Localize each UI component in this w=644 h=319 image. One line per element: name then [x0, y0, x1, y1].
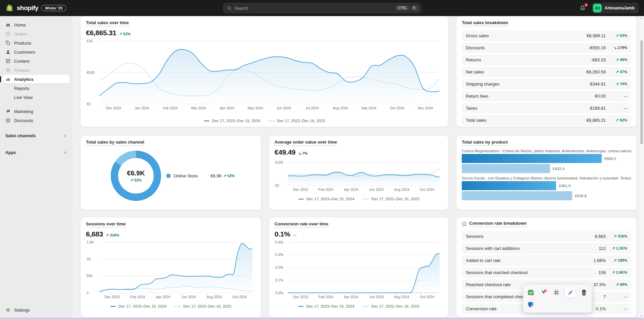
- sidebar-item[interactable]: Analytics: [3, 75, 70, 84]
- svg-text:Jun 2024: Jun 2024: [181, 295, 196, 299]
- svg-text:Aug 2024: Aug 2024: [333, 106, 348, 110]
- legend-color-chip: [166, 174, 170, 178]
- shopify-logo[interactable]: shopify: [5, 4, 38, 12]
- svg-text:Aug 2024: Aug 2024: [394, 188, 409, 192]
- total-sales-by-product-card: Total sales by product Crema Regenerador…: [456, 136, 637, 210]
- shield-warning-extension-icon[interactable]: [527, 300, 535, 309]
- product-name: Serum Facial - con Elastina y Colágeno M…: [462, 176, 631, 180]
- svg-text:€1K: €1K: [87, 39, 93, 43]
- legend-solid-line: [298, 306, 304, 307]
- brand-wordmark: shopify: [17, 4, 38, 12]
- conversion-value: 0.1%: [275, 230, 290, 238]
- sales-channels-label: Sales channels: [5, 134, 36, 138]
- scroll-up-arrow[interactable]: ▲: [640, 17, 643, 19]
- row-delta: ↗ 199%: [610, 258, 627, 263]
- table-row: Taxes €169.81 —: [462, 103, 631, 113]
- row-delta: ↗ 1.1K%: [610, 246, 627, 251]
- vertical-scrollbar[interactable]: ▲ ▼: [639, 16, 644, 318]
- svg-text:Dec 2023: Dec 2023: [293, 188, 308, 192]
- row-value: 108: [598, 270, 606, 275]
- card-title-sessions[interactable]: Sessions over time: [86, 221, 126, 228]
- trash-extension-icon[interactable]: [580, 288, 588, 297]
- card-title-conv-breakdown[interactable]: Conversion rate breakdown: [469, 221, 527, 227]
- sidebar-item-label: Reports: [14, 86, 30, 91]
- legend-dotted-line: [363, 306, 368, 307]
- winter-25-badge[interactable]: Winter '25: [41, 5, 66, 11]
- svg-text:1K: 1K: [87, 257, 91, 261]
- card-title-conversion[interactable]: Conversion rate over time: [275, 221, 328, 228]
- sidebar-item-sales-channels[interactable]: Sales channels: [5, 134, 67, 138]
- legend-solid-line: [298, 199, 304, 200]
- clover-extension-icon[interactable]: [552, 288, 561, 297]
- card-title-breakdown[interactable]: Total sales breakdown: [462, 20, 508, 26]
- sidebar-item-apps[interactable]: Apps: [5, 150, 67, 155]
- sidebar-item[interactable]: Home: [3, 20, 70, 29]
- sidebar-item[interactable]: Marketing: [3, 107, 70, 116]
- svg-text:0: 0: [87, 291, 89, 295]
- chart-legend: Dec 17, 2023–Dec 15, 2024 Dec 17, 2022–D…: [275, 197, 443, 201]
- sidebar-item-icon: [5, 58, 11, 64]
- row-delta: —: [610, 307, 627, 311]
- sidebar-item[interactable]: Live View: [3, 93, 70, 102]
- sidebar-item-icon: [5, 118, 11, 123]
- row-delta: ↘ 179%: [610, 46, 627, 50]
- total-sales-delta: ↗ 52%: [119, 32, 131, 36]
- sidebar-item[interactable]: Orders: [3, 30, 70, 38]
- row-delta: ↗ 316%: [610, 234, 627, 238]
- notification-badge: 1: [584, 2, 589, 7]
- svg-text:Aug 2024: Aug 2024: [394, 295, 409, 299]
- svg-text:Apr 2024: Apr 2024: [344, 188, 358, 192]
- svg-text:Dec 2023: Dec 2023: [106, 106, 121, 110]
- row-label: Sessions with cart additions: [466, 246, 599, 251]
- grammar-check-extension-icon[interactable]: [527, 288, 535, 297]
- row-label: Taxes: [466, 106, 590, 111]
- legend-current-label: Dec 17, 2023–Dec 15, 2024: [212, 119, 260, 123]
- search-input[interactable]: Search CTRL K: [223, 3, 421, 13]
- scroll-down-arrow[interactable]: ▼: [640, 315, 643, 317]
- product-bars: Crema Regeneradora - Crema de Noche, pie…: [462, 149, 631, 200]
- feather-highlighter-extension-icon[interactable]: [565, 287, 576, 298]
- total-sales-chart: €1K€500€0Dec 2023Jan 2024Feb 2024Mar 202…: [86, 38, 443, 111]
- svg-text:€0: €0: [87, 102, 91, 106]
- v-error-badge-extension-icon[interactable]: [539, 288, 548, 297]
- row-label: Sessions that reached checkout: [466, 270, 598, 275]
- previous-period-bar: [462, 164, 550, 173]
- svg-text:Jun 2024: Jun 2024: [369, 188, 384, 192]
- card-title-aov[interactable]: Average order value over time: [275, 140, 337, 146]
- shopify-bag-icon: [5, 4, 14, 12]
- sidebar-item-settings[interactable]: Settings: [3, 306, 70, 314]
- sidebar-item[interactable]: Customers: [3, 48, 70, 56]
- sidebar-item[interactable]: Content: [3, 57, 70, 65]
- svg-text:500: 500: [87, 274, 93, 278]
- table-row: Total sales €6,865.31 ↗ 52%: [462, 115, 631, 125]
- sidebar-item[interactable]: Products: [3, 39, 70, 47]
- analytics-dashboard: Total sales over time €6,865.31 ↗ 52% €1…: [72, 16, 644, 318]
- row-label: Total sales: [466, 118, 586, 123]
- store-menu-button[interactable]: Art ArtesaniaJamb: [592, 3, 639, 13]
- table-row: Return fees €0.00 —: [462, 91, 631, 101]
- total-sales-over-time-card: Total sales over time €6,865.31 ↗ 52% €1…: [81, 16, 448, 127]
- svg-text:Oct 2024: Oct 2024: [420, 188, 434, 192]
- legend-previous-label: Dec 17, 2022–Dec 16, 2023: [371, 197, 419, 201]
- sidebar-item-icon: [5, 49, 11, 55]
- card-title-channel[interactable]: Total sales by sales channel: [86, 140, 144, 146]
- sidebar-item[interactable]: Reports: [3, 84, 70, 93]
- notifications-button[interactable]: 1: [578, 3, 587, 13]
- bar-value-label: €684.2: [604, 157, 616, 161]
- info-icon[interactable]: [462, 221, 467, 226]
- svg-text:€500: €500: [87, 70, 95, 74]
- card-title-products[interactable]: Total sales by product: [462, 140, 508, 146]
- sidebar-item[interactable]: Finance: [3, 66, 70, 74]
- apps-label: Apps: [5, 150, 16, 155]
- svg-text:€100: €100: [275, 160, 283, 164]
- scrollbar-thumb[interactable]: [640, 40, 643, 144]
- svg-text:Aug 2024: Aug 2024: [207, 295, 222, 299]
- table-row: Gross sales €6,989.11 ↗ 53%: [462, 31, 631, 41]
- row-delta: ↗ 53%: [610, 34, 627, 38]
- donut-center-delta: ↗ 52%: [130, 178, 142, 182]
- row-label: Sessions: [466, 234, 595, 239]
- legend-solid-line: [204, 120, 209, 121]
- card-title-total-sales[interactable]: Total sales over time: [86, 20, 129, 26]
- sidebar-item[interactable]: Discounts: [3, 116, 70, 125]
- svg-text:Mar 2024: Mar 2024: [191, 106, 206, 110]
